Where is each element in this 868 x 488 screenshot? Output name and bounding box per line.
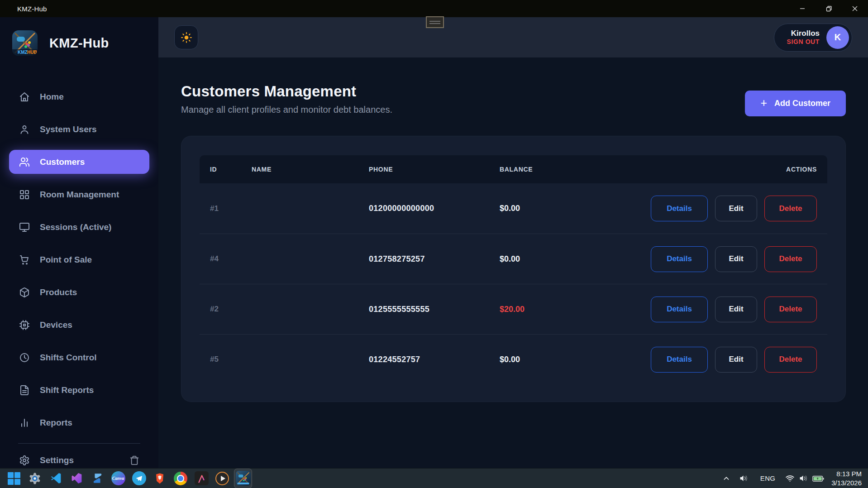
sun-icon — [181, 32, 192, 43]
sidebar-item-room-management[interactable]: Room Management — [9, 182, 149, 206]
customer-phone: 01200000000000 — [369, 204, 500, 213]
sidebar-item-settings[interactable]: Settings — [9, 448, 149, 468]
taskbar-vscode[interactable] — [47, 469, 64, 488]
sidebar-item-sessions[interactable]: Sessions (Active) — [9, 215, 149, 239]
taskbar-telegram[interactable] — [130, 469, 148, 488]
minimize-icon — [800, 6, 805, 11]
home-icon — [19, 91, 30, 102]
delete-button[interactable]: Delete — [764, 246, 817, 272]
delete-button[interactable]: Delete — [764, 347, 817, 373]
edit-button[interactable]: Edit — [715, 347, 757, 373]
gear-icon — [19, 455, 30, 466]
plus-icon: + — [760, 97, 767, 109]
volume-icon — [799, 474, 808, 483]
sidebar-item-home[interactable]: Home — [9, 85, 149, 109]
table-row: #4 012758275257 $0.00 Details Edit Delet… — [200, 234, 827, 284]
sidebar-item-system-users[interactable]: System Users — [9, 117, 149, 141]
sidebar-item-shifts-control[interactable]: Shifts Control — [9, 345, 149, 369]
sidebar-item-customers[interactable]: Customers — [9, 150, 149, 174]
chrome-icon — [174, 472, 187, 485]
taskbar-zen[interactable] — [89, 469, 106, 488]
taskbar-kmz-hub[interactable] — [234, 469, 252, 488]
customer-balance: $0.00 — [500, 355, 651, 364]
avatar[interactable]: K — [826, 26, 849, 49]
sidebar-item-devices[interactable]: Devices — [9, 313, 149, 337]
tray-network-volume-battery[interactable] — [785, 474, 824, 483]
kmz-hub-logo-icon: KMZ HUB — [12, 30, 38, 56]
app-name: KMZ-Hub — [49, 36, 109, 51]
telegram-icon — [132, 471, 146, 485]
package-icon — [19, 287, 30, 298]
edit-button[interactable]: Edit — [715, 297, 757, 322]
customer-balance: $0.00 — [500, 254, 651, 264]
minimize-button[interactable] — [789, 0, 816, 17]
customer-phone: 0125555555555 — [369, 305, 500, 314]
column-id: ID — [210, 166, 252, 173]
customer-balance: $0.00 — [500, 204, 651, 213]
theme-toggle-button[interactable] — [174, 25, 198, 49]
affinity-icon — [195, 471, 209, 485]
sidebar-item-products[interactable]: Products — [9, 280, 149, 304]
edit-button[interactable]: Edit — [715, 246, 757, 272]
clear-data-button[interactable] — [129, 455, 139, 465]
taskbar-chrome[interactable] — [172, 469, 189, 488]
taskbar-brave[interactable] — [151, 469, 168, 488]
column-phone: PHONE — [369, 166, 500, 173]
tray-clock[interactable]: 8:13 PM 3/13/2026 — [831, 469, 863, 487]
sidebar-item-point-of-sale[interactable]: Point of Sale — [9, 248, 149, 272]
user-icon — [19, 124, 30, 135]
customer-balance: $20.00 — [500, 305, 651, 314]
brave-icon — [153, 472, 166, 485]
delete-button[interactable]: Delete — [764, 196, 817, 221]
restore-icon — [826, 6, 832, 12]
tray-speaker-icon[interactable] — [739, 474, 749, 483]
cart-icon — [19, 254, 30, 265]
trash-icon — [129, 455, 139, 465]
taskbar-affinity[interactable] — [193, 469, 210, 488]
windows-start-button[interactable] — [5, 469, 23, 488]
page-subtitle: Manage all client profiles and monitor d… — [181, 105, 392, 115]
tray-time: 8:13 PM — [831, 469, 862, 478]
windows-taskbar: Canva — [0, 468, 868, 488]
page-title: Customers Management — [181, 83, 392, 100]
screen-capture-handle[interactable] — [426, 16, 444, 28]
tray-language[interactable]: ENG — [760, 474, 775, 482]
delete-button[interactable]: Delete — [764, 297, 817, 322]
svg-text:KMZ: KMZ — [18, 50, 28, 55]
details-button[interactable]: Details — [651, 297, 708, 322]
user-menu[interactable]: Kirollos SIGN OUT K — [774, 24, 852, 52]
cpu-icon — [19, 320, 30, 330]
column-actions: ACTIONS — [786, 166, 817, 173]
content-area: Customers Management Manage all client p… — [158, 57, 868, 468]
sign-out-button[interactable]: SIGN OUT — [787, 38, 820, 46]
tray-chevron-up-icon[interactable] — [723, 475, 730, 482]
details-button[interactable]: Details — [651, 246, 708, 272]
column-balance: BALANCE — [500, 166, 786, 173]
taskbar-canva[interactable]: Canva — [110, 469, 127, 488]
taskbar-visual-studio[interactable] — [68, 469, 85, 488]
window-titlebar: KMZ-Hub — [0, 0, 868, 17]
customer-id: #4 — [210, 254, 252, 263]
sidebar-item-reports[interactable]: Reports — [9, 411, 149, 435]
topbar: Kirollos SIGN OUT K — [158, 17, 868, 57]
add-customer-button[interactable]: + Add Customer — [745, 91, 846, 116]
table-row: #1 01200000000000 $0.00 Details Edit Del… — [200, 183, 827, 234]
table-header: ID NAME PHONE BALANCE ACTIONS — [200, 155, 827, 183]
details-button[interactable]: Details — [651, 196, 708, 221]
clock-icon — [19, 352, 30, 363]
taskbar-media-player[interactable] — [214, 469, 231, 488]
table-row: #5 01224552757 $0.00 Details Edit Delete — [200, 334, 827, 384]
bar-chart-icon — [19, 417, 30, 428]
kmz-hub-icon — [236, 471, 251, 486]
customer-id: #1 — [210, 204, 252, 213]
users-icon — [19, 157, 30, 167]
close-button[interactable] — [842, 0, 868, 17]
sidebar-item-shift-reports[interactable]: Shift Reports — [9, 378, 149, 402]
table-row: #2 0125555555555 $20.00 Details Edit Del… — [200, 284, 827, 334]
details-button[interactable]: Details — [651, 347, 708, 373]
edit-button[interactable]: Edit — [715, 196, 757, 221]
restore-button[interactable] — [816, 0, 842, 17]
taskbar-settings[interactable] — [26, 469, 43, 488]
customer-id: #2 — [210, 305, 252, 314]
table-body: #1 01200000000000 $0.00 Details Edit Del… — [200, 183, 827, 384]
